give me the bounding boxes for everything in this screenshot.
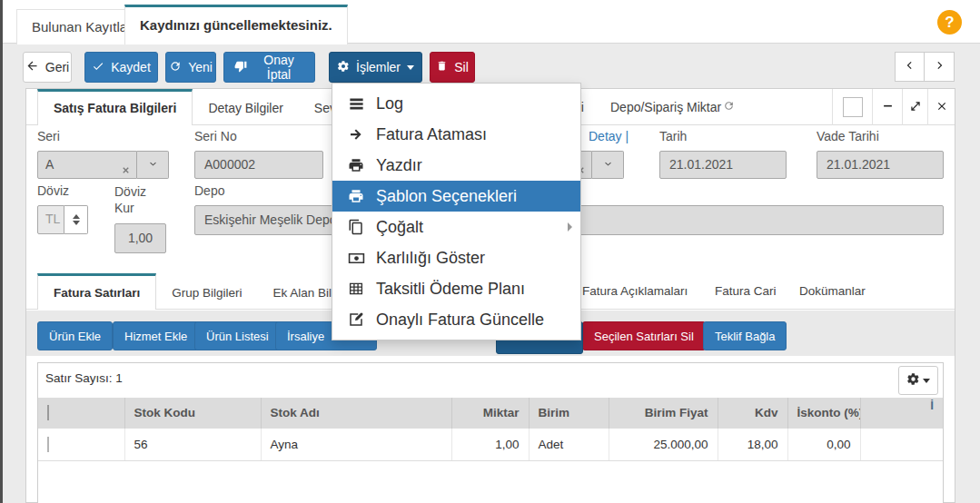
new-button[interactable]: Yeni (165, 52, 216, 83)
col-iskonto[interactable]: İskonto (%) (787, 398, 860, 428)
delete-selected-rows-button[interactable]: Seçilen Satırları Sil (582, 321, 706, 350)
save-button[interactable]: Kaydet (84, 52, 158, 83)
operations-button[interactable]: İşlemler (329, 52, 422, 83)
menu-item-label: Çoğalt (376, 218, 423, 237)
menu-item-karliligi-goster[interactable]: Karlılığı Göster (332, 242, 580, 273)
doviz-kur-field[interactable]: 1,00 (114, 223, 166, 253)
seri-dropdown-button[interactable] (137, 151, 169, 179)
money-icon (345, 250, 367, 267)
add-service-button[interactable]: Hizmet Ekle (113, 321, 199, 350)
detay-link[interactable]: Detay | (589, 129, 629, 143)
tab-group-info[interactable]: Grup Bilgileri (156, 273, 257, 310)
header-select-all[interactable] (38, 398, 124, 428)
arrow-right-icon (345, 126, 367, 143)
cari-dropdown-button[interactable] (592, 151, 624, 179)
table-grid-icon (345, 281, 367, 297)
record-pager (895, 52, 955, 82)
menu-item-onayli-fatura-guncelle[interactable]: Onaylı Fatura Güncelle (332, 304, 580, 335)
submenu-caret-icon (568, 222, 572, 232)
doviz-kur-label: Döviz Kur (114, 183, 156, 216)
tab-found-records-label: Bulunan Kayıtlar (32, 19, 132, 35)
printer-icon (345, 188, 367, 204)
clear-icon[interactable] (121, 158, 131, 179)
row-select-cell[interactable] (38, 428, 124, 460)
col-stok-kodu[interactable]: Stok Kodu (124, 398, 261, 428)
menu-item-sablon-secenekleri[interactable]: Şablon Seçenekleri (332, 181, 580, 212)
panel-close-button[interactable] (927, 89, 955, 125)
caret-down-icon (923, 379, 930, 383)
menu-item-yazdir[interactable]: Yazdır (332, 150, 580, 181)
seri-no-field[interactable]: A000002 (194, 151, 323, 179)
menu-item-label: Yazdır (376, 156, 422, 175)
link-quote-button[interactable]: Teklif Bağla (703, 321, 787, 350)
product-list-button[interactable]: Ürün Listesi (194, 321, 281, 350)
col-miktar[interactable]: Miktar (451, 398, 529, 428)
table-header-row: Stok Kodu Stok Adı Miktar Birim Birim Fi… (38, 398, 943, 428)
tab-sales-invoice-label: Satış Fatura Bilgileri (54, 101, 176, 115)
cell-miktar[interactable]: 1,00 (451, 428, 529, 460)
cell-stok-kodu[interactable]: 56 (124, 428, 261, 460)
chevron-left-icon (904, 59, 916, 74)
checkbox-icon[interactable] (47, 437, 49, 452)
col-stok-adi[interactable]: Stok Adı (261, 398, 451, 428)
seri-value-box[interactable]: A (37, 151, 137, 179)
tab-documents-label: Dokümanlar (799, 284, 866, 298)
check-icon (92, 60, 104, 75)
col-kdv[interactable]: Kdv (718, 398, 787, 428)
cell-stok-adi[interactable]: Ayna (261, 428, 451, 460)
back-label: Geri (45, 60, 69, 74)
cell-partial[interactable] (860, 428, 943, 460)
doviz-value-box[interactable]: TL (37, 205, 64, 234)
tab-detail-info[interactable]: Detay Bilgiler (193, 89, 298, 125)
vade-tarihi-label: Vade Tarihi (817, 129, 879, 143)
menu-item-taksitli-odeme-plani[interactable]: Taksitli Ödeme Planı (332, 273, 580, 304)
vade-tarihi-field[interactable]: 21.01.2021 (817, 151, 944, 179)
doviz-spinner[interactable] (64, 205, 88, 234)
cell-iskonto[interactable]: 0,00 (787, 428, 860, 460)
menu-item-log[interactable]: Log (332, 88, 580, 119)
col-birim[interactable]: Birim (529, 398, 609, 428)
doviz-select[interactable]: TL (37, 205, 88, 234)
panel-select-checkbox[interactable] (832, 89, 872, 125)
tab-documents[interactable]: Dokümanlar (799, 273, 866, 310)
col-birim-fiyat[interactable]: Birim Fiyat (609, 398, 718, 428)
gear-icon (337, 60, 350, 75)
menu-item-label: Taksitli Ödeme Planı (376, 280, 525, 299)
grid-header-bar: Satır Sayısı: 1 (38, 363, 943, 398)
next-record-button[interactable] (925, 52, 955, 82)
back-button[interactable]: Geri (23, 52, 72, 83)
save-label: Kaydet (111, 60, 151, 74)
tab-warehouse-order-qty[interactable]: Depo/Sipariş Miktar (610, 89, 735, 125)
chevron-down-icon (602, 158, 614, 173)
tab-group-info-label: Grup Bilgileri (172, 286, 242, 300)
tab-sales-invoice-info[interactable]: Satış Fatura Bilgileri (37, 89, 193, 125)
cell-kdv[interactable]: 18,00 (718, 428, 787, 460)
refresh-icon (169, 60, 182, 75)
tab-invoice-account[interactable]: Fatura Cari (715, 273, 777, 310)
left-edge-strip (0, 0, 3, 503)
invoice-lines-table: Stok Kodu Stok Adı Miktar Birim Birim Fi… (38, 398, 943, 461)
question-icon: ? (945, 14, 954, 31)
panel-expand-button[interactable] (902, 89, 927, 125)
menu-item-fatura-atamasi[interactable]: Fatura Ataması (332, 119, 580, 150)
help-button[interactable]: ? (937, 10, 962, 35)
delete-button[interactable]: Sil (430, 52, 475, 83)
cell-birim[interactable]: Adet (529, 428, 609, 460)
tab-invoice-lines[interactable]: Fatura Satırları (37, 273, 156, 310)
menu-item-cogalt[interactable]: Çoğalt (332, 212, 580, 242)
tab-invoice-account-label: Fatura Cari (715, 284, 777, 298)
cell-birim-fiyat[interactable]: 25.000,00 (609, 428, 718, 460)
prev-record-button[interactable] (895, 52, 925, 82)
add-product-button[interactable]: Ürün Ekle (37, 321, 113, 350)
col-partial[interactable]: İ (860, 398, 943, 428)
tab-updating-record[interactable]: Kaydınızı güncellemektesiniz. (124, 5, 348, 44)
tarih-field[interactable]: 21.01.2021 (659, 151, 787, 179)
grid-settings-button[interactable] (898, 366, 938, 395)
table-row[interactable]: 56 Ayna 1,00 Adet 25.000,00 18,00 0,00 (38, 428, 943, 460)
panel-minimize-button[interactable] (872, 89, 902, 125)
refresh-small-icon (723, 89, 735, 125)
checkbox-icon[interactable] (47, 405, 49, 420)
tab-invoice-notes[interactable]: Fatura Açıklamaları (582, 273, 688, 310)
cancel-approval-button[interactable]: Onay İptal (223, 52, 315, 83)
seri-combobox[interactable]: A (37, 151, 169, 179)
